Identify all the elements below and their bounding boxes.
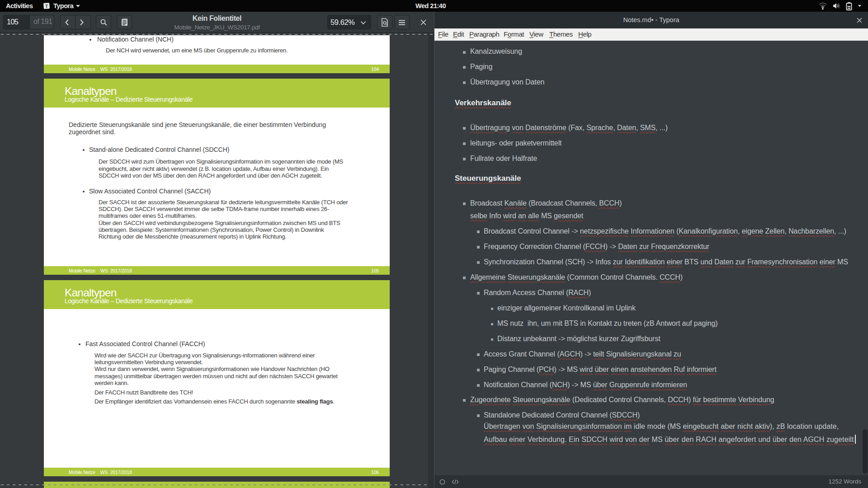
svg-text:T: T: [45, 4, 48, 9]
